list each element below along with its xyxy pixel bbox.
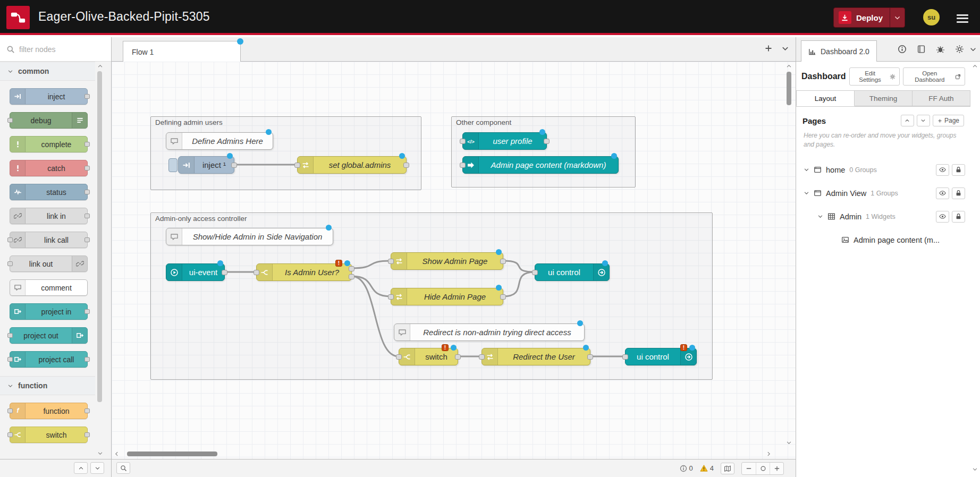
node-comment-redirect-non-admin[interactable]: Redirect is non-admin trying direct acce… bbox=[394, 323, 585, 341]
tab-flow-1[interactable]: Flow 1 bbox=[123, 41, 241, 62]
palette-node-link-in[interactable]: link in bbox=[10, 208, 88, 224]
input-port[interactable] bbox=[532, 270, 538, 275]
info-count[interactable]: 0 bbox=[680, 464, 693, 472]
canvas-scroll-up[interactable] bbox=[785, 63, 792, 70]
output-port-0[interactable] bbox=[587, 354, 593, 360]
node-is-admin-user[interactable]: Is Admin User?! bbox=[256, 263, 352, 281]
navigator-button[interactable] bbox=[721, 463, 734, 474]
palette-node-project-out[interactable]: project out bbox=[10, 327, 88, 344]
inject-run-button[interactable] bbox=[168, 158, 178, 172]
node-ui-control-2[interactable]: ui control! bbox=[625, 348, 697, 365]
wire[interactable] bbox=[503, 272, 535, 296]
sidebar-scrollbar[interactable] bbox=[971, 63, 979, 473]
palette-node-project-in[interactable]: project in bbox=[10, 303, 88, 320]
sidebar-config-tab[interactable] bbox=[955, 45, 964, 54]
user-avatar[interactable]: su bbox=[923, 9, 940, 25]
node-redirect-the-user[interactable]: Redirect the User bbox=[481, 348, 590, 365]
tree-item-home[interactable]: home0 Groups bbox=[796, 162, 970, 178]
canvas-horizontal-scrollbar[interactable] bbox=[113, 450, 772, 458]
open-dashboard-button[interactable]: Open Dashboard bbox=[903, 67, 965, 86]
add-flow-button[interactable] bbox=[764, 44, 773, 53]
output-port-0[interactable] bbox=[222, 270, 227, 275]
output-port-0[interactable] bbox=[455, 354, 461, 360]
expand-pages-button[interactable] bbox=[917, 115, 930, 126]
collapse-pages-button[interactable] bbox=[901, 115, 914, 126]
canvas-scroll-right[interactable] bbox=[765, 450, 772, 457]
input-port[interactable] bbox=[294, 163, 300, 168]
lock-button[interactable] bbox=[952, 211, 965, 223]
output-port-0[interactable] bbox=[500, 259, 506, 264]
palette-node-link-call[interactable]: link call bbox=[10, 232, 88, 248]
node-comment-show-hide-admin[interactable]: Show/Hide Admin in Side Navigation bbox=[166, 228, 333, 245]
filter-nodes-input[interactable] bbox=[0, 37, 111, 61]
node-ui-control-1[interactable]: ui control bbox=[535, 263, 610, 281]
palette-node-status[interactable]: status bbox=[10, 184, 88, 200]
sidebar-help-tab[interactable] bbox=[917, 45, 926, 54]
sidebar-scroll-up[interactable] bbox=[971, 63, 978, 70]
palette-node-catch[interactable]: catch bbox=[10, 160, 88, 176]
input-port[interactable] bbox=[396, 354, 402, 360]
visibility-button[interactable] bbox=[936, 188, 949, 199]
palette-node-complete[interactable]: complete bbox=[10, 136, 88, 152]
tree-item-admin-view[interactable]: Admin View1 Groups bbox=[796, 185, 970, 201]
tab-layout[interactable]: Layout bbox=[796, 90, 855, 106]
palette-category-common[interactable]: common bbox=[0, 62, 95, 81]
canvas-vscroll-thumb[interactable] bbox=[787, 72, 791, 105]
deploy-options-button[interactable] bbox=[890, 8, 905, 27]
deploy-button[interactable]: Deploy bbox=[833, 7, 905, 28]
palette-scroll-up[interactable] bbox=[97, 63, 104, 70]
input-port[interactable] bbox=[388, 259, 394, 264]
palette-category-function[interactable]: function bbox=[0, 376, 95, 395]
palette-node-project-call[interactable]: project call bbox=[10, 351, 88, 368]
canvas-hscroll-thumb[interactable] bbox=[127, 452, 217, 456]
output-port-1[interactable] bbox=[349, 274, 354, 279]
output-port-0[interactable] bbox=[544, 139, 550, 144]
node-admin-page-content-markdown[interactable]: Admin page content (markdown) bbox=[462, 156, 619, 174]
tab-ff-auth[interactable]: FF Auth bbox=[913, 90, 970, 106]
node-comment-define-admins-here[interactable]: Define Admins Here bbox=[166, 132, 273, 150]
visibility-button[interactable] bbox=[936, 211, 949, 223]
lock-button[interactable] bbox=[952, 188, 965, 199]
palette-node-comment[interactable]: comment bbox=[10, 279, 88, 296]
tab-dashboard-2[interactable]: Dashboard 2.0 bbox=[801, 40, 877, 62]
tab-list-button[interactable] bbox=[781, 44, 789, 53]
input-port[interactable] bbox=[622, 354, 628, 360]
wire[interactable] bbox=[352, 261, 391, 268]
lock-button[interactable] bbox=[952, 164, 965, 176]
node-set-global-admins[interactable]: set global.admins bbox=[297, 156, 407, 174]
canvas-scroll-left[interactable] bbox=[113, 450, 120, 457]
node-inject[interactable]: inject ¹ bbox=[178, 156, 234, 174]
node-show-admin-page[interactable]: Show Admin Page bbox=[391, 252, 503, 270]
palette-scroll-down[interactable] bbox=[97, 450, 104, 457]
warning-count[interactable]: 4 bbox=[700, 464, 714, 472]
palette-node-debug[interactable]: debug bbox=[10, 112, 88, 129]
palette-node-link-out[interactable]: link out bbox=[10, 255, 88, 272]
tree-item-admin[interactable]: Admin1 Widgets bbox=[796, 209, 970, 225]
wire[interactable] bbox=[352, 276, 391, 296]
edit-settings-button[interactable]: Edit Settings bbox=[849, 67, 900, 86]
output-port-0[interactable] bbox=[349, 266, 354, 271]
tree-item-admin-page-content-m[interactable]: Admin page content (m... bbox=[796, 232, 970, 248]
node-user-profile[interactable]: </>user profile bbox=[462, 132, 547, 150]
palette-expand-all-button[interactable] bbox=[90, 462, 104, 474]
canvas-vertical-scrollbar[interactable] bbox=[785, 63, 793, 446]
input-port[interactable] bbox=[460, 139, 466, 144]
search-flows-button[interactable] bbox=[116, 462, 130, 474]
zoom-in-button[interactable] bbox=[770, 463, 783, 474]
visibility-button[interactable] bbox=[936, 164, 949, 176]
palette-collapse-all-button[interactable] bbox=[74, 462, 88, 474]
node-hide-admin-page[interactable]: Hide Admin Page bbox=[391, 288, 503, 305]
main-menu-button[interactable] bbox=[957, 12, 968, 24]
sidebar-scroll-down[interactable] bbox=[971, 466, 978, 473]
palette-node-switch[interactable]: switch bbox=[10, 427, 88, 443]
input-port[interactable] bbox=[479, 354, 485, 360]
tab-theming[interactable]: Theming bbox=[855, 90, 913, 106]
zoom-out-button[interactable] bbox=[742, 463, 756, 474]
canvas-scroll-down[interactable] bbox=[785, 439, 792, 446]
output-port-0[interactable] bbox=[500, 294, 506, 300]
sidebar-debug-tab[interactable] bbox=[936, 45, 945, 54]
sidebar-info-tab[interactable] bbox=[898, 45, 907, 54]
palette-scrollbar-thumb[interactable] bbox=[97, 71, 102, 402]
palette-node-function[interactable]: ffunction bbox=[10, 403, 88, 419]
zoom-reset-button[interactable] bbox=[756, 463, 770, 474]
